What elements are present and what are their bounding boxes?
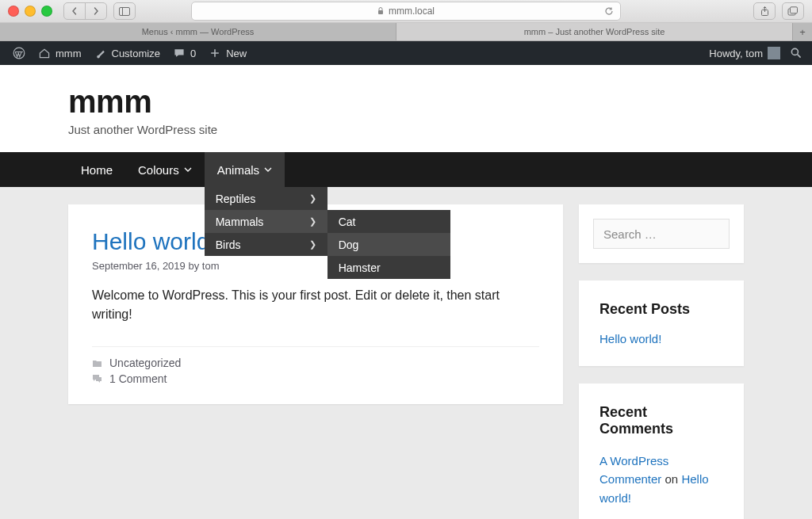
plus-icon: [209, 47, 221, 59]
comment-on: on: [665, 472, 679, 486]
widget-heading: Recent Comments: [599, 404, 723, 437]
post-comments-link[interactable]: 1 Comment: [109, 372, 167, 385]
submenu-mammals: Cat Dog Hamster: [327, 210, 450, 279]
home-icon: [38, 47, 51, 59]
submenu-label: Cat: [339, 216, 356, 228]
brush-icon: [94, 47, 107, 59]
svg-rect-2: [378, 10, 383, 14]
site-name-label: mmm: [56, 48, 82, 59]
chevron-right-icon: ❯: [309, 193, 316, 204]
share-button[interactable]: [753, 2, 776, 20]
site-name-menu[interactable]: mmm: [32, 41, 88, 65]
maximize-window-button[interactable]: [41, 6, 52, 17]
svg-point-7: [13, 48, 25, 59]
nav-item-colours[interactable]: Colours: [125, 152, 205, 187]
reload-button[interactable]: [604, 6, 614, 16]
customize-label: Customize: [112, 48, 160, 59]
close-window-button[interactable]: [8, 6, 19, 17]
window-controls: [8, 6, 52, 17]
wp-logo-menu[interactable]: [6, 41, 32, 65]
widget-recent-comments: Recent Comments A WordPress Commenter on…: [579, 384, 744, 519]
tabs-overview-button[interactable]: [782, 2, 804, 20]
submenu-item-cat[interactable]: Cat: [327, 210, 450, 233]
widget-heading: Recent Posts: [599, 301, 723, 318]
search-placeholder: Search …: [603, 227, 657, 241]
submenu-animals: Reptiles ❯ Mammals ❯ Birds ❯ Cat Dog: [205, 187, 327, 256]
submenu-item-mammals[interactable]: Mammals ❯: [205, 210, 327, 233]
howdy-label: Howdy, tom: [709, 48, 763, 59]
nav-label: Animals: [217, 163, 259, 177]
browser-tab[interactable]: Menus ‹ mmm — WordPress: [0, 23, 396, 40]
submenu-label: Hamster: [339, 261, 381, 274]
comment-icon: [173, 47, 186, 59]
submenu-label: Reptiles: [216, 193, 256, 205]
comments-icon: [92, 374, 103, 384]
tab-label: mmm – Just another WordPress site: [524, 27, 665, 36]
nav-item-animals[interactable]: Animals Reptiles ❯ Mammals ❯ Birds ❯: [205, 152, 285, 187]
sidebar: Search … Recent Posts Hello world! Recen…: [579, 204, 744, 519]
svg-point-8: [791, 48, 798, 55]
wp-admin-bar: mmm Customize 0 New Howdy, tom: [0, 41, 812, 65]
address-bar[interactable]: mmm.local: [191, 2, 621, 21]
nav-arrows: [63, 2, 107, 20]
submenu-item-reptiles[interactable]: Reptiles ❯: [205, 187, 327, 210]
new-content-link[interactable]: New: [202, 41, 253, 65]
search-icon: [790, 47, 802, 59]
widget-search: Search …: [579, 204, 744, 263]
widget-recent-posts: Recent Posts Hello world!: [579, 280, 744, 366]
svg-rect-0: [120, 7, 130, 15]
chevron-down-icon: [184, 167, 192, 172]
comment-author-link[interactable]: A WordPress Commenter: [599, 454, 668, 486]
nav-item-home[interactable]: Home: [68, 152, 125, 187]
submenu-item-hamster[interactable]: Hamster: [327, 256, 450, 279]
chevron-right-icon: ❯: [309, 239, 316, 250]
post-date: September 16, 2019: [92, 260, 186, 272]
nav-label: Home: [81, 163, 113, 177]
search-input[interactable]: Search …: [593, 219, 730, 249]
back-button[interactable]: [64, 3, 85, 19]
tab-bar: Menus ‹ mmm — WordPress mmm – Just anoth…: [0, 23, 812, 41]
forward-button[interactable]: [85, 3, 106, 19]
comment-count: 0: [190, 48, 196, 59]
site-title[interactable]: mmm: [68, 84, 744, 120]
new-label: New: [226, 48, 247, 59]
browser-tab[interactable]: mmm – Just another WordPress site: [396, 23, 792, 40]
recent-post-link[interactable]: Hello world!: [599, 332, 661, 345]
search-toggle[interactable]: [787, 41, 806, 65]
submenu-label: Birds: [216, 239, 241, 251]
site-tagline: Just another WordPress site: [68, 123, 744, 136]
post-title-link[interactable]: Hello world!: [92, 228, 216, 254]
chevron-right-icon: ❯: [309, 216, 316, 227]
comments-link[interactable]: 0: [167, 41, 202, 65]
post-body: Welcome to WordPress. This is your first…: [92, 286, 539, 324]
minimize-window-button[interactable]: [25, 6, 36, 17]
new-tab-button[interactable]: +: [792, 23, 812, 40]
post-by: by: [188, 260, 199, 272]
post-category[interactable]: Uncategorized: [109, 357, 181, 369]
submenu-item-birds[interactable]: Birds ❯: [205, 233, 327, 256]
post-footer: Uncategorized 1 Comment: [92, 346, 539, 385]
submenu-label: Mammals: [216, 216, 264, 228]
lock-icon: [377, 7, 384, 15]
post-meta: September 16, 2019 by tom: [92, 260, 539, 272]
chevron-down-icon: [264, 167, 272, 172]
primary-nav: Home Colours Animals Reptiles ❯ Mammals …: [0, 152, 812, 187]
address-text: mmm.local: [389, 6, 435, 17]
recent-comment: A WordPress Commenter on Hello world!: [599, 452, 723, 507]
site-header: mmm Just another WordPress site: [0, 65, 812, 152]
svg-line-9: [798, 55, 801, 58]
post-author: tom: [202, 260, 220, 272]
avatar: [768, 47, 780, 59]
tab-label: Menus ‹ mmm — WordPress: [142, 27, 255, 36]
sidebar-toggle-button[interactable]: [113, 2, 136, 20]
nav-label: Colours: [138, 163, 179, 177]
browser-titlebar: mmm.local: [0, 0, 812, 23]
submenu-item-dog[interactable]: Dog: [327, 233, 450, 256]
svg-rect-6: [791, 7, 798, 13]
folder-icon: [92, 359, 103, 368]
submenu-label: Dog: [339, 239, 359, 251]
wordpress-icon: [13, 47, 25, 59]
customize-link[interactable]: Customize: [88, 41, 167, 65]
my-account-menu[interactable]: Howdy, tom: [703, 41, 787, 65]
